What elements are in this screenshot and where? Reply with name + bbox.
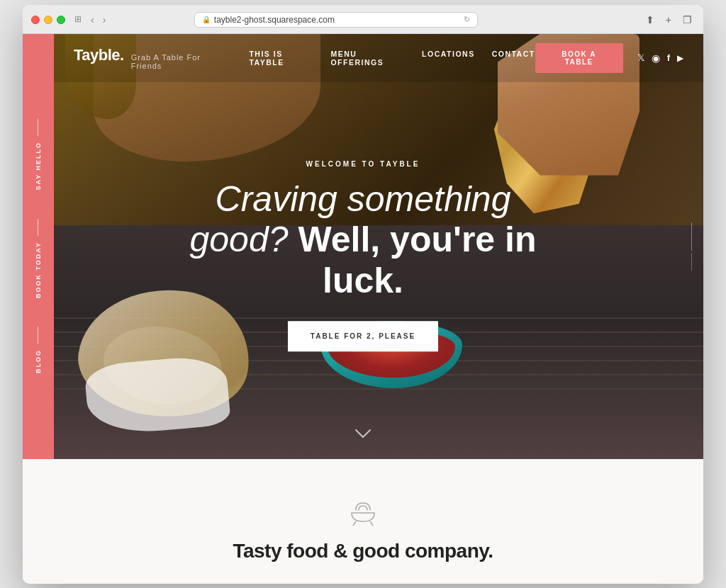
below-fold-title: Tasty food & good company. — [23, 540, 703, 562]
duplicate-button[interactable]: ❐ — [680, 13, 695, 27]
nav-menu-offerings[interactable]: MENU OFFERINGS — [330, 50, 405, 67]
scroll-line-top — [691, 222, 692, 251]
scroll-line-bottom — [691, 254, 692, 271]
website: SAY HELLO BOOK TODAY BLOG Tayble. Grab A… — [23, 34, 703, 584]
scroll-down-indicator[interactable] — [354, 427, 372, 442]
browser-actions: ⬆ + ❐ — [643, 13, 695, 27]
social-icons: 𝕏 ◉ f ▶ — [637, 52, 683, 64]
hero-title-bold: Well, you're inluck. — [298, 220, 536, 300]
side-item-say-hello[interactable]: SAY HELLO — [35, 119, 42, 191]
traffic-lights — [31, 16, 65, 24]
minimize-button[interactable] — [44, 16, 52, 24]
facebook-icon[interactable]: f — [667, 52, 670, 63]
food-bowl-icon — [346, 494, 380, 528]
hero-pretitle: WELCOME TO TAYBLE — [186, 160, 540, 168]
nav-links: THIS IS TAYBLE MENU OFFERINGS LOCATIONS … — [249, 50, 535, 67]
side-item-book-today[interactable]: BOOK TODAY — [35, 219, 42, 298]
nav-this-is-tayble[interactable]: THIS IS TAYBLE — [249, 50, 313, 67]
brand-tagline: Grab A Table For Friends — [131, 53, 227, 70]
navbar: Tayble. Grab A Table For Friends THIS IS… — [54, 34, 703, 82]
hero-cta-button[interactable]: TABLE FOR 2, PLEASE — [288, 321, 438, 351]
right-scroll-indicator — [691, 222, 692, 271]
maximize-button[interactable] — [57, 16, 65, 24]
browser-nav: ⊞ ‹ › — [71, 13, 108, 27]
lock-icon: 🔒 — [202, 16, 211, 23]
below-fold-section: Tasty food & good company. — [23, 459, 703, 584]
brand-logo[interactable]: Tayble. — [74, 46, 124, 64]
browser-window: ⊞ ‹ › 🔒 tayble2-ghost.squarespace.com ↻ … — [23, 5, 703, 584]
url-text: tayble2-ghost.squarespace.com — [214, 15, 335, 25]
hero-title: Craving somethinggood? Well, you're inlu… — [186, 179, 540, 302]
address-bar[interactable]: 🔒 tayble2-ghost.squarespace.com ↻ — [194, 12, 478, 28]
book-table-button[interactable]: BOOK A TABLE — [535, 43, 623, 73]
svg-line-2 — [370, 521, 373, 526]
share-button[interactable]: ⬆ — [643, 13, 657, 27]
forward-button[interactable]: › — [100, 13, 109, 27]
reload-icon[interactable]: ↻ — [464, 15, 470, 24]
side-panel: SAY HELLO BOOK TODAY BLOG — [23, 34, 54, 459]
side-item-blog[interactable]: BLOG — [35, 327, 42, 373]
hero-content: WELCOME TO TAYBLE Craving somethinggood?… — [186, 160, 540, 352]
window-icon[interactable]: ⊞ — [71, 13, 85, 27]
brand: Tayble. Grab A Table For Friends — [74, 46, 226, 70]
add-tab-button[interactable]: + — [663, 13, 674, 27]
youtube-icon[interactable]: ▶ — [677, 53, 683, 63]
browser-chrome: ⊞ ‹ › 🔒 tayble2-ghost.squarespace.com ↻ … — [23, 5, 703, 34]
instagram-icon[interactable]: ◉ — [652, 52, 660, 64]
twitter-icon[interactable]: 𝕏 — [637, 52, 644, 63]
svg-line-1 — [353, 521, 356, 526]
close-button[interactable] — [31, 16, 40, 24]
nav-locations[interactable]: LOCATIONS — [422, 50, 475, 67]
nav-contact[interactable]: CONTACT — [492, 50, 535, 67]
back-button[interactable]: ‹ — [88, 13, 97, 27]
hero-section: SAY HELLO BOOK TODAY BLOG Tayble. Grab A… — [23, 34, 703, 459]
